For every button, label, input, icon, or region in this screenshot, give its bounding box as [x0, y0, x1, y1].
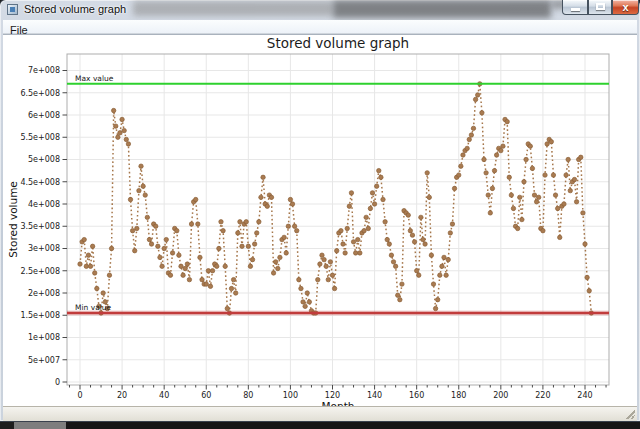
screen: Stored volume graph x File 0204060801001… [0, 0, 640, 429]
max-line-label: Max value [75, 74, 114, 83]
svg-text:6e+008: 6e+008 [28, 111, 60, 120]
svg-text:2.5e+008: 2.5e+008 [20, 267, 60, 276]
resize-grip-icon[interactable] [624, 408, 635, 419]
maximize-icon [596, 3, 605, 10]
svg-text:80: 80 [243, 391, 253, 400]
minimize-button[interactable] [562, 0, 588, 15]
svg-text:5.5e+008: 5.5e+008 [20, 133, 60, 142]
y-axis: 05e+0071e+0081.5e+0082e+0082.5e+0083e+00… [7, 66, 67, 387]
close-icon: x [613, 0, 638, 14]
svg-text:5e+008: 5e+008 [28, 155, 60, 164]
menu-bar: File [3, 20, 637, 34]
title-bar[interactable]: Stored volume graph [0, 0, 640, 20]
svg-text:60: 60 [201, 391, 211, 400]
svg-text:7e+008: 7e+008 [28, 66, 60, 75]
x-axis: 020406080100120140160180200220240Month [69, 385, 606, 407]
svg-text:0: 0 [55, 378, 60, 387]
app-window: Stored volume graph x File 0204060801001… [0, 0, 640, 421]
svg-text:240: 240 [577, 391, 592, 400]
svg-text:120: 120 [325, 391, 340, 400]
svg-text:180: 180 [451, 391, 466, 400]
svg-text:100: 100 [283, 391, 298, 400]
svg-text:1e+008: 1e+008 [28, 333, 60, 342]
svg-text:3.5e+008: 3.5e+008 [20, 222, 60, 231]
min-line: Min value [67, 303, 609, 313]
window-title: Stored volume graph [24, 3, 126, 15]
status-bar [3, 406, 637, 421]
svg-text:4.5e+008: 4.5e+008 [20, 178, 60, 187]
svg-text:20: 20 [117, 391, 127, 400]
min-line-label: Min value [75, 303, 112, 312]
svg-text:6.5e+008: 6.5e+008 [20, 89, 60, 98]
background-window [333, 0, 551, 18]
svg-text:0: 0 [77, 391, 82, 400]
maximize-button[interactable] [588, 0, 612, 15]
chart-title: Stored volume graph [267, 35, 409, 51]
svg-text:160: 160 [409, 391, 424, 400]
app-icon [7, 4, 18, 15]
svg-text:5e+007: 5e+007 [28, 356, 60, 365]
svg-text:140: 140 [367, 391, 382, 400]
svg-text:40: 40 [159, 391, 169, 400]
svg-text:1.5e+008: 1.5e+008 [20, 311, 60, 320]
background-window [133, 1, 333, 16]
background-window [14, 421, 66, 429]
y-axis-title: Stored volume [7, 181, 19, 258]
background-window [66, 421, 640, 429]
close-button[interactable]: x [612, 0, 639, 15]
series-line [78, 82, 594, 316]
minimize-icon [571, 8, 580, 11]
svg-text:4e+008: 4e+008 [28, 200, 60, 209]
max-line: Max value [67, 74, 609, 84]
chart-svg: 020406080100120140160180200220240Month05… [3, 35, 637, 407]
svg-text:200: 200 [493, 391, 508, 400]
svg-text:220: 220 [535, 391, 550, 400]
svg-text:2e+008: 2e+008 [28, 289, 60, 298]
svg-text:3e+008: 3e+008 [28, 244, 60, 253]
chart-area: 020406080100120140160180200220240Month05… [3, 34, 637, 407]
